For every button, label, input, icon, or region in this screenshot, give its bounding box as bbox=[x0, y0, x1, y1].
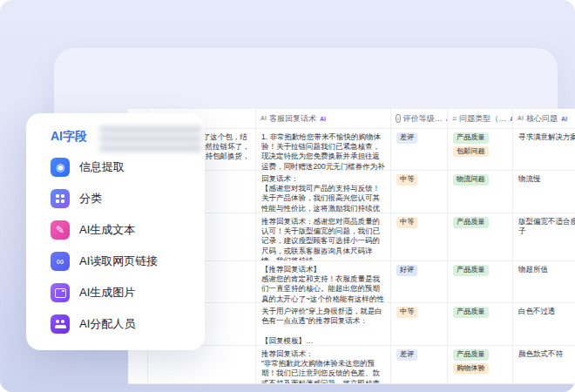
cell-problem-type[interactable]: 物流问题 bbox=[448, 171, 513, 213]
ai-field-icon: AI bbox=[260, 116, 267, 122]
cell-problem-type[interactable]: 产品质量 bbox=[448, 213, 513, 260]
table-row: 推荐回复话术： “非常抱歉此次购物体验未达您的预期！我们已注意到您反馈的色差、款… bbox=[128, 346, 575, 384]
panel-item-classify[interactable]: 分类 bbox=[26, 183, 205, 214]
type-tag: 产品质量 bbox=[453, 217, 489, 228]
cell-core-problem[interactable]: 白色不过透 bbox=[513, 303, 575, 345]
type-tag: 包邮问题 bbox=[453, 146, 489, 158]
multi-select-icon: ≡ bbox=[452, 115, 457, 123]
panel-item-ai-assign[interactable]: AI分配人员 bbox=[26, 308, 205, 340]
cell-core-problem[interactable]: 颜色款式不符 bbox=[513, 346, 575, 383]
type-tag: 产品质量 bbox=[453, 307, 489, 318]
ai-text-icon: ✎ bbox=[51, 220, 70, 240]
type-tag: 产品质量 bbox=[453, 349, 489, 361]
type-tag: 产品质量 bbox=[453, 132, 489, 144]
level-tag: 中等 bbox=[396, 174, 417, 186]
column-label: 评价等级… bbox=[403, 113, 443, 125]
cell-review-level[interactable]: 差评 bbox=[391, 346, 448, 383]
column-header-core[interactable]: AI核心问题AI bbox=[513, 109, 575, 128]
ai-field-icon: AI bbox=[518, 116, 524, 122]
ai-badge: AI bbox=[320, 116, 326, 122]
type-tag: 产品质量 bbox=[453, 265, 489, 276]
cell-core-problem[interactable]: 物超所值 bbox=[513, 261, 575, 302]
level-tag: 好评 bbox=[396, 265, 417, 276]
cell-review-level[interactable]: 好评 bbox=[391, 261, 448, 302]
cell-review-level[interactable]: 差评 bbox=[391, 129, 448, 170]
column-header-level[interactable]: ∨评价等级…AI bbox=[391, 109, 448, 128]
cell-review-level[interactable]: 中等 bbox=[391, 303, 448, 345]
type-tag: 购物体验 bbox=[453, 363, 489, 375]
single-select-icon: ∨ bbox=[396, 114, 401, 123]
panel-item-list: ◉信息提取分类✎AI生成文本∞AI读取网页链接AI生成图片AI分配人员 bbox=[26, 152, 205, 340]
ai-weblink-icon: ∞ bbox=[51, 252, 70, 271]
ai-badge: AI bbox=[561, 116, 567, 122]
cell-user-review[interactable] bbox=[148, 346, 256, 383]
cell-reply-script[interactable]: 【推荐回复话术】 感谢您的肯定和支持！衣服质量是我们一直坚持的核心。能超出您的预… bbox=[256, 261, 391, 302]
info-extract-icon: ◉ bbox=[51, 158, 70, 177]
ai-image-icon bbox=[51, 283, 70, 302]
cell-reply-script[interactable]: 推荐回复话术： “非常抱歉此次购物体验未达您的预期！我们已注意到您反馈的色差、款… bbox=[256, 346, 391, 383]
panel-item-ai-text[interactable]: ✎AI生成文本 bbox=[26, 214, 205, 246]
type-tag: 物流问题 bbox=[453, 174, 489, 186]
cell-reply-script[interactable]: 1. 非常抱歉给您带来不愉快的购物体验！关于拉链问题我们已紧急核查，现决定特批为… bbox=[256, 129, 391, 170]
column-label: 客服回复话术 bbox=[269, 113, 316, 125]
page-background: ▤用户评价AI客服回复话术AI∨评价等级…AI≡问题类型（…AIAI核心问题AI… bbox=[0, 0, 575, 392]
cell-core-problem[interactable]: 版型偏宽不适合瘦子 bbox=[513, 213, 575, 260]
column-label: 核心问题 bbox=[526, 113, 558, 125]
panel-item-ai-weblink[interactable]: ∞AI读取网页链接 bbox=[26, 246, 205, 277]
panel-item-label: 分类 bbox=[79, 191, 102, 206]
column-header-type[interactable]: ≡问题类型（…AI bbox=[448, 109, 513, 128]
cell-reply-script[interactable]: 回复话术： 【感谢您对我司产品的支持与反馈！关于产品体验，我们很高兴您认可其性能… bbox=[256, 171, 391, 213]
level-tag: 差评 bbox=[396, 132, 417, 144]
panel-item-label: AI读取网页链接 bbox=[79, 253, 158, 269]
row-number bbox=[128, 346, 148, 383]
cell-core-problem[interactable]: 物流慢 bbox=[513, 171, 575, 213]
panel-item-ai-image[interactable]: AI生成图片 bbox=[26, 277, 205, 308]
cell-review-level[interactable]: 中等 bbox=[391, 171, 448, 213]
blurred-region bbox=[98, 123, 204, 162]
panel-item-label: AI生成图片 bbox=[79, 285, 135, 301]
column-label: 问题类型（… bbox=[459, 113, 506, 125]
level-tag: 差评 bbox=[396, 349, 417, 361]
column-header-reply[interactable]: AI客服回复话术AI bbox=[256, 109, 391, 128]
panel-item-label: AI生成文本 bbox=[79, 222, 135, 238]
cell-review-level[interactable]: 中等 bbox=[391, 213, 448, 260]
cell-problem-type[interactable]: 产品质量包邮问题 bbox=[448, 129, 513, 170]
level-tag: 中等 bbox=[396, 217, 417, 228]
level-tag: 中等 bbox=[396, 307, 417, 318]
ai-assign-icon bbox=[51, 314, 70, 334]
cell-problem-type[interactable]: 产品质量 bbox=[448, 303, 513, 345]
classify-icon bbox=[51, 189, 70, 208]
cell-core-problem[interactable]: 寻求满意解决方案 bbox=[513, 129, 575, 170]
cell-reply-script[interactable]: 推荐回复话术：感谢您对商品质量的认可！关于版型偏宽的问题，我们已记录，建议瘦型顾… bbox=[256, 213, 391, 260]
cell-problem-type[interactable]: 产品质量 bbox=[448, 261, 513, 302]
cell-problem-type[interactable]: 产品质量购物体验 bbox=[448, 346, 513, 383]
cell-reply-script[interactable]: 关于用户评价“穿上身很舒适，就是白色有一点点透”的推荐回复话术： 【回复模板】… bbox=[256, 303, 391, 345]
panel-item-label: AI分配人员 bbox=[79, 316, 135, 332]
